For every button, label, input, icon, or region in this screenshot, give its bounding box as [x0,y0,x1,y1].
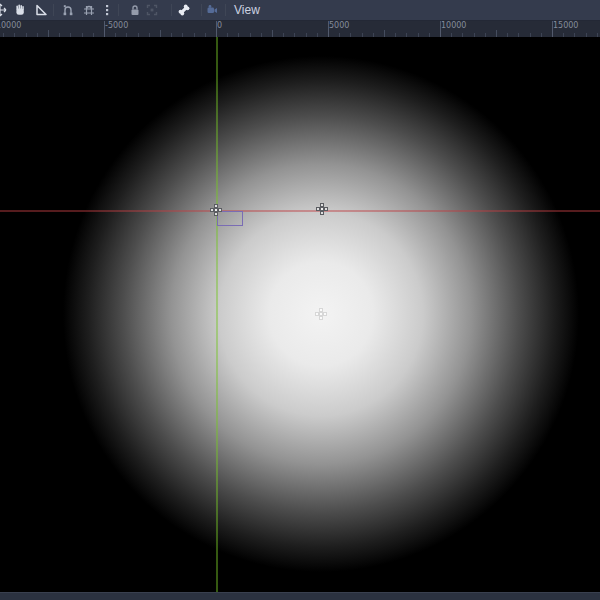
ruler-tick [283,33,284,37]
gizmo-square [320,211,324,215]
ruler-tick [59,33,60,37]
ruler-tick [37,33,38,37]
ruler-tick [238,33,239,37]
ruler-tick [350,33,351,37]
view-menu-label: View [234,3,260,17]
smart-snap-button[interactable] [59,1,77,19]
ruler-tick [406,33,407,37]
pan-tool-button[interactable] [11,1,29,19]
toolbar-separator [225,4,226,16]
bone-icon [177,3,191,17]
group-icon [145,3,159,17]
ruler-tick [395,33,396,37]
ruler-tick [26,33,27,37]
bottom-panel-edge [0,592,600,600]
ruler-tick [574,33,575,37]
ruler-tick [418,33,419,37]
camera-override-button[interactable] [203,1,221,19]
ruler-tick [384,30,385,37]
toolbar-separator [171,4,172,16]
ruler-tick [294,33,295,37]
gizmo-square [324,207,328,211]
ruler-tick [440,20,441,37]
ruler-tick [474,33,475,37]
ruler-unit-label: -5000 [105,21,128,30]
gizmo-square [316,207,320,211]
ruler-tick [126,33,127,37]
ruler-tick [496,30,497,37]
gizmo-square [319,316,323,320]
skeleton-options-button[interactable] [175,1,193,19]
horizontal-ruler[interactable]: -10000-5000050001000015000 [0,20,600,37]
pan-hand-icon [13,3,27,17]
ruler-tick [48,30,49,37]
smart-snap-icon [61,3,75,17]
toolbar-separator [53,4,54,16]
ruler-tick [70,33,71,37]
ruler-tick [586,33,587,37]
lock-object-button[interactable] [126,1,144,19]
ruler-unit-label: 5000 [329,21,349,30]
ruler-tick [485,33,486,37]
ruler-tick [227,33,228,37]
gizmo-square [315,312,319,316]
ruler-tick [250,33,251,37]
ruler-tick [149,33,150,37]
ruler-unit-label: 0 [217,21,222,30]
ruler-tool-button[interactable] [32,1,50,19]
light-center-gizmo[interactable] [315,308,327,320]
ruler-tick [261,33,262,37]
ruler-tick [171,33,172,37]
ruler-unit-label: 15000 [553,21,578,30]
ruler-tick [317,33,318,37]
ruler-tick [362,33,363,37]
ruler-tick [182,33,183,37]
ruler-triangle-icon [34,3,48,17]
ruler-tick [429,33,430,37]
move-tool-button[interactable] [0,1,9,19]
origin-node-gizmo[interactable] [210,204,222,216]
vertical-dots-icon [100,3,114,17]
ruler-tick [507,33,508,37]
view-menu-button[interactable]: View [228,0,266,20]
snap-options-button[interactable] [98,1,116,19]
x-axis-line [0,210,600,212]
ruler-tick [115,33,116,37]
gizmo-square [214,212,218,216]
ruler-tick [82,33,83,37]
ruler-tick [530,33,531,37]
ruler-tick [3,33,4,37]
editor-toolbar: View [0,0,600,21]
ruler-tick [518,33,519,37]
ruler-tick [597,33,598,37]
group-object-button[interactable] [143,1,161,19]
ruler-unit-label: -10000 [0,21,21,30]
light-glow [0,37,600,592]
ruler-tick [462,33,463,37]
ruler-tick [272,30,273,37]
ruler-tick [14,33,15,37]
ruler-tick [160,30,161,37]
toolbar-separator [118,4,119,16]
ruler-tick [194,33,195,37]
node-gizmo[interactable] [316,203,328,215]
ruler-tick [216,20,217,37]
ruler-tick [552,20,553,37]
ruler-tick [563,33,564,37]
ruler-tick [104,20,105,37]
ruler-tick [451,33,452,37]
viewport-canvas[interactable] [0,37,600,592]
ruler-tick [328,20,329,37]
y-axis-line [216,37,218,592]
gizmo-square [323,312,327,316]
ruler-tick [138,33,139,37]
grid-snap-button[interactable] [80,1,98,19]
ruler-tick [93,33,94,37]
gizmo-square [218,208,222,212]
ruler-unit-label: 10000 [441,21,466,30]
gizmo-square [210,208,214,212]
toolbar-separator [201,4,202,16]
move-tool-icon [0,3,7,17]
ruler-tick [306,33,307,37]
ruler-tick [205,33,206,37]
